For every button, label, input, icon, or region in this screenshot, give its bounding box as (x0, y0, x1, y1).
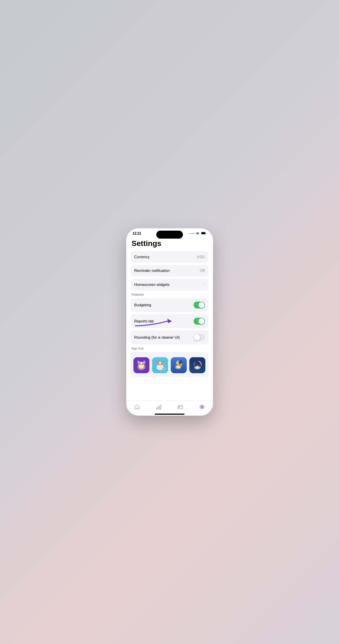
svg-point-30 (196, 366, 196, 367)
wifi-icon (196, 232, 200, 236)
reminder-value: Off (200, 268, 205, 273)
features-section-label: Features (132, 293, 208, 296)
phone-frame: 12:21 Settings (126, 228, 213, 416)
currency-row[interactable]: Currency USD (131, 251, 208, 263)
signal-dots-icon (189, 233, 194, 234)
budgeting-row[interactable]: Budgeting (131, 298, 208, 312)
svg-point-23 (178, 360, 182, 364)
budgeting-toggle[interactable] (194, 302, 205, 308)
dynamic-island (156, 231, 183, 238)
svg-rect-35 (178, 406, 183, 409)
homescreen-widgets-row[interactable]: Homescreen widgets › (131, 279, 208, 290)
svg-rect-32 (157, 408, 157, 409)
tab-reports[interactable] (152, 403, 165, 411)
reports-tab-row[interactable]: Reports tab (131, 314, 208, 328)
rounding-row[interactable]: Rounding (for a cleaner UI) (131, 330, 208, 344)
currency-value: USD (197, 255, 205, 259)
settings-gear-icon (199, 404, 205, 410)
reminder-notification-row[interactable]: Reminder notification Off (131, 265, 208, 276)
app-icon-2[interactable] (152, 357, 168, 373)
svg-point-17 (159, 365, 161, 366)
tab-home[interactable] (130, 403, 144, 411)
reports-row-wrapper: Reports tab (131, 314, 208, 328)
currency-label: Currency (134, 255, 150, 259)
app-icon-container (131, 352, 208, 377)
svg-point-31 (198, 366, 199, 367)
status-time: 12:21 (133, 232, 141, 236)
cards-icon (177, 404, 183, 410)
svg-rect-1 (201, 232, 205, 234)
tab-cards[interactable] (174, 403, 187, 411)
app-icon-4[interactable] (189, 357, 205, 373)
app-icon-section-label: App Icon (132, 346, 208, 350)
svg-point-27 (179, 364, 180, 365)
battery-icon (201, 232, 207, 236)
svg-rect-37 (178, 407, 180, 408)
chevron-right-icon: › (204, 282, 205, 287)
svg-point-25 (176, 366, 180, 368)
budgeting-label: Budgeting (134, 303, 151, 307)
app-icons-row (133, 354, 206, 374)
home-icon (134, 404, 140, 410)
status-bar: 12:21 (126, 228, 213, 237)
dog-crescent-icon (191, 358, 204, 372)
homescreen-label: Homescreen widgets (134, 282, 170, 287)
dog-purple-icon (135, 358, 148, 372)
reminder-label: Reminder notification (134, 268, 170, 273)
reports-tab-toggle[interactable] (194, 318, 205, 325)
svg-rect-33 (158, 406, 159, 409)
rounding-label: Rounding (for a cleaner UI) (134, 335, 180, 340)
reports-tab-label: Reports tab (134, 319, 154, 324)
status-icons (189, 232, 207, 236)
content-area: Settings Currency USD Reminder notificat… (126, 237, 213, 400)
page-title: Settings (132, 239, 208, 248)
rounding-toggle[interactable] (194, 334, 205, 341)
svg-point-12 (139, 366, 144, 368)
home-indicator (155, 414, 184, 415)
svg-rect-34 (160, 405, 161, 409)
reports-icon (156, 404, 162, 410)
svg-point-26 (176, 364, 177, 365)
svg-point-38 (201, 406, 203, 408)
dog-sky-icon (153, 358, 167, 372)
app-icon-1[interactable] (133, 357, 149, 373)
app-icon-3[interactable] (171, 357, 187, 373)
svg-rect-21 (162, 368, 165, 370)
tab-settings[interactable] (195, 403, 209, 411)
dog-moon-icon (172, 358, 185, 372)
tab-bar (126, 400, 213, 412)
